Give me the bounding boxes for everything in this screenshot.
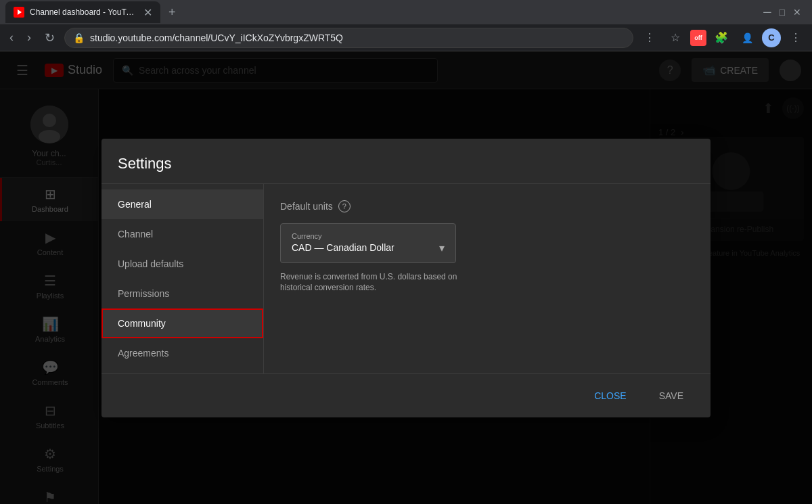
- new-tab-icon[interactable]: +: [168, 5, 176, 20]
- lock-icon: 🔒: [73, 32, 85, 43]
- modal-sidebar-item-agreements[interactable]: Agreements: [102, 338, 263, 368]
- extension-icon[interactable]: off: [690, 30, 706, 46]
- section-help-icon[interactable]: ?: [338, 200, 351, 212]
- modal-header: Settings: [102, 139, 710, 184]
- minimize-icon[interactable]: ─: [763, 6, 771, 18]
- permissions-label: Permissions: [118, 288, 169, 299]
- svg-marker-0: [18, 9, 22, 15]
- tab-title: Channel dashboard - YouTube S...: [30, 7, 138, 17]
- modal-overlay: Settings General Channel Upload defaults…: [0, 51, 812, 504]
- section-title: Default units ?: [280, 200, 694, 212]
- currency-value: CAD — Canadian Dollar ▾: [292, 242, 445, 254]
- currency-text: CAD — Canadian Dollar: [292, 242, 394, 253]
- modal-sidebar-item-upload-defaults[interactable]: Upload defaults: [102, 249, 263, 279]
- cast-icon[interactable]: ⋮: [639, 27, 660, 49]
- community-label: Community: [118, 318, 166, 329]
- user-avatar-button[interactable]: C: [762, 28, 781, 47]
- nav-right: ⋮ ☆ off 🧩 👤 C ⋮: [639, 27, 807, 49]
- new-tab-button[interactable]: +: [163, 5, 181, 20]
- address-bar[interactable]: 🔒 studio.youtube.com/channel/UCvY_iICkXo…: [64, 28, 633, 48]
- back-button[interactable]: ‹: [5, 28, 18, 47]
- section-title-text: Default units: [280, 201, 333, 212]
- upload-defaults-label: Upload defaults: [118, 258, 183, 269]
- close-tab-button[interactable]: ✕: [143, 6, 152, 19]
- general-label: General: [118, 199, 152, 210]
- currency-field-label: Currency: [292, 232, 445, 240]
- more-options-icon[interactable]: ⋮: [785, 27, 807, 49]
- modal-sidebar-item-community[interactable]: Community: [102, 308, 263, 338]
- modal-sidebar-item-channel[interactable]: Channel: [102, 219, 263, 249]
- modal-title: Settings: [118, 155, 694, 173]
- modal-footer: CLOSE SAVE: [102, 373, 710, 417]
- bookmark-icon[interactable]: ☆: [664, 27, 686, 49]
- currency-select[interactable]: Currency CAD — Canadian Dollar ▾: [280, 223, 456, 263]
- agreements-label: Agreements: [118, 348, 168, 359]
- profile-icon[interactable]: 👤: [736, 27, 758, 49]
- tab-favicon: [14, 7, 24, 18]
- close-window-icon[interactable]: ✕: [793, 7, 801, 18]
- modal-sidebar: General Channel Upload defaults Permissi…: [102, 184, 264, 373]
- settings-modal: Settings General Channel Upload defaults…: [102, 139, 710, 417]
- reload-button[interactable]: ↻: [41, 28, 59, 48]
- browser-chrome: Channel dashboard - YouTube S... ✕ + ─ □…: [0, 0, 812, 51]
- channel-label: Channel: [118, 229, 153, 239]
- save-button[interactable]: SAVE: [648, 385, 694, 407]
- close-button[interactable]: CLOSE: [583, 385, 637, 407]
- modal-sidebar-item-permissions[interactable]: Permissions: [102, 279, 263, 308]
- browser-nav: ‹ › ↻ 🔒 studio.youtube.com/channel/UCvY_…: [0, 24, 812, 51]
- modal-body: General Channel Upload defaults Permissi…: [102, 184, 710, 373]
- puzzle-icon[interactable]: 🧩: [710, 27, 732, 49]
- modal-sidebar-item-general[interactable]: General: [102, 189, 263, 219]
- active-tab[interactable]: Channel dashboard - YouTube S... ✕: [5, 1, 160, 23]
- currency-note: Revenue is converted from U.S. dollars b…: [280, 271, 483, 294]
- url-text: studio.youtube.com/channel/UCvY_iICkXoZY…: [90, 32, 343, 43]
- modal-content: Default units ? Currency CAD — Canadian …: [264, 184, 710, 373]
- maximize-icon[interactable]: □: [780, 7, 785, 18]
- dropdown-arrow-icon: ▾: [439, 242, 445, 254]
- forward-button[interactable]: ›: [23, 28, 35, 47]
- browser-tabs: Channel dashboard - YouTube S... ✕ + ─ □…: [0, 0, 812, 24]
